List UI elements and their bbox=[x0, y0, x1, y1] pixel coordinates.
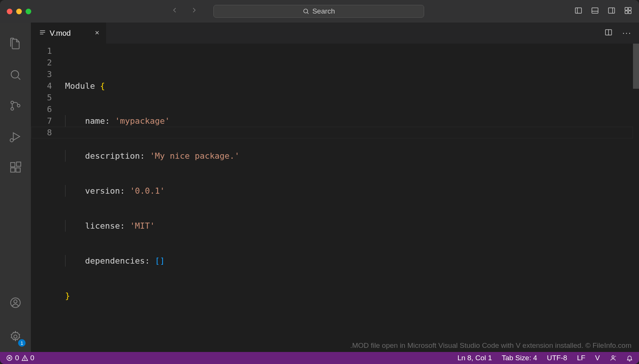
activity-explorer[interactable] bbox=[0, 29, 31, 59]
window-maximize-button[interactable] bbox=[26, 9, 31, 14]
svg-point-12 bbox=[11, 101, 14, 104]
window-controls bbox=[7, 9, 31, 14]
toggle-primary-sidebar-icon[interactable] bbox=[574, 6, 583, 16]
toggle-secondary-sidebar-icon[interactable] bbox=[607, 6, 616, 16]
activity-settings[interactable]: 1 bbox=[0, 321, 31, 352]
svg-rect-16 bbox=[11, 162, 15, 167]
editor-actions: ··· bbox=[604, 23, 639, 44]
svg-rect-7 bbox=[625, 8, 628, 10]
editor-tab-active[interactable]: V.mod bbox=[31, 23, 106, 44]
line-number: 4 bbox=[31, 80, 52, 92]
search-icon bbox=[303, 8, 309, 15]
search-icon bbox=[9, 68, 22, 81]
svg-point-30 bbox=[24, 359, 25, 360]
svg-point-21 bbox=[14, 300, 17, 303]
svg-point-0 bbox=[304, 9, 308, 13]
split-editor-button[interactable] bbox=[604, 28, 613, 38]
split-icon bbox=[604, 28, 613, 36]
scrollbar-thumb[interactable] bbox=[633, 44, 639, 89]
warning-icon bbox=[21, 355, 28, 361]
svg-rect-9 bbox=[625, 11, 628, 14]
layout-controls bbox=[574, 6, 632, 16]
code-token: } bbox=[65, 291, 70, 300]
activity-search[interactable] bbox=[0, 59, 31, 90]
code-token: version: bbox=[85, 186, 125, 196]
line-number: 2 bbox=[31, 57, 52, 68]
code-token: license: bbox=[85, 221, 125, 231]
files-icon bbox=[9, 38, 22, 50]
code-token: name: bbox=[85, 116, 110, 126]
extensions-icon bbox=[9, 161, 22, 174]
svg-rect-18 bbox=[16, 168, 20, 172]
tab-filename: V.mod bbox=[50, 29, 71, 38]
line-numbers-gutter: 1 2 3 4 5 6 7 8 bbox=[31, 45, 65, 360]
file-icon bbox=[39, 29, 46, 38]
window-minimize-button[interactable] bbox=[16, 9, 22, 14]
line-number: 7 bbox=[31, 115, 52, 127]
activity-run-debug[interactable] bbox=[0, 121, 31, 152]
code-token: dependencies: bbox=[85, 256, 150, 265]
tab-close-button[interactable] bbox=[94, 29, 100, 38]
code-token: 'My nice package.' bbox=[150, 151, 239, 161]
svg-point-13 bbox=[11, 108, 14, 110]
line-number: 6 bbox=[31, 103, 52, 115]
svg-rect-19 bbox=[17, 162, 21, 166]
current-line-highlight bbox=[31, 127, 633, 138]
main-area: 1 V.mod ··· 1 2 3 bbox=[0, 23, 639, 352]
code-token: 'mypackage' bbox=[115, 116, 170, 126]
status-left: 0 0 bbox=[6, 354, 34, 362]
close-icon bbox=[94, 30, 100, 36]
status-problems[interactable]: 0 0 bbox=[6, 354, 34, 362]
svg-rect-3 bbox=[592, 8, 598, 14]
settings-badge: 1 bbox=[18, 339, 26, 347]
line-number: 8 bbox=[31, 127, 52, 138]
account-icon bbox=[9, 296, 22, 309]
svg-point-11 bbox=[11, 71, 19, 78]
code-token: '0.0.1' bbox=[130, 186, 165, 196]
code-token: 'MIT' bbox=[130, 221, 155, 231]
error-count: 0 bbox=[15, 354, 19, 362]
error-icon bbox=[6, 355, 13, 361]
title-bar: Search bbox=[0, 0, 639, 23]
window-close-button[interactable] bbox=[7, 9, 12, 14]
code-editor[interactable]: 1 2 3 4 5 6 7 8 Module { name: 'mypackag… bbox=[31, 44, 639, 360]
activity-source-control[interactable] bbox=[0, 90, 31, 121]
svg-point-15 bbox=[10, 139, 13, 142]
svg-rect-1 bbox=[575, 8, 582, 14]
line-number: 1 bbox=[31, 45, 52, 57]
activity-bar: 1 bbox=[0, 23, 31, 352]
search-placeholder: Search bbox=[312, 7, 335, 15]
svg-rect-17 bbox=[11, 168, 15, 172]
code-token: Module bbox=[65, 81, 100, 91]
customize-layout-icon[interactable] bbox=[624, 6, 632, 16]
nav-forward-button[interactable] bbox=[190, 6, 198, 17]
activity-extensions[interactable] bbox=[0, 152, 31, 183]
code-token: [] bbox=[155, 256, 165, 265]
nav-back-button[interactable] bbox=[170, 6, 179, 17]
nav-arrows bbox=[170, 6, 198, 17]
editor-tabs: V.mod ··· bbox=[31, 23, 639, 44]
svg-rect-8 bbox=[628, 8, 631, 10]
command-center-search[interactable]: Search bbox=[213, 5, 424, 18]
toggle-panel-icon[interactable] bbox=[591, 6, 599, 16]
code-token: { bbox=[100, 81, 105, 91]
svg-rect-5 bbox=[609, 8, 615, 14]
code-token: description: bbox=[85, 151, 145, 161]
source-control-icon bbox=[9, 99, 22, 112]
watermark-text: .MOD file open in Microsoft Visual Studi… bbox=[350, 341, 631, 350]
debug-icon bbox=[9, 130, 22, 143]
line-number: 5 bbox=[31, 92, 52, 103]
svg-rect-10 bbox=[628, 11, 631, 14]
svg-point-14 bbox=[17, 104, 20, 107]
more-actions-button[interactable]: ··· bbox=[622, 28, 631, 38]
line-number: 3 bbox=[31, 68, 52, 80]
svg-point-22 bbox=[14, 335, 17, 338]
activity-accounts[interactable] bbox=[0, 287, 31, 318]
code-content: Module { name: 'mypackage' description: … bbox=[65, 45, 639, 360]
editor-area: V.mod ··· 1 2 3 4 5 6 7 8 bbox=[31, 23, 639, 352]
